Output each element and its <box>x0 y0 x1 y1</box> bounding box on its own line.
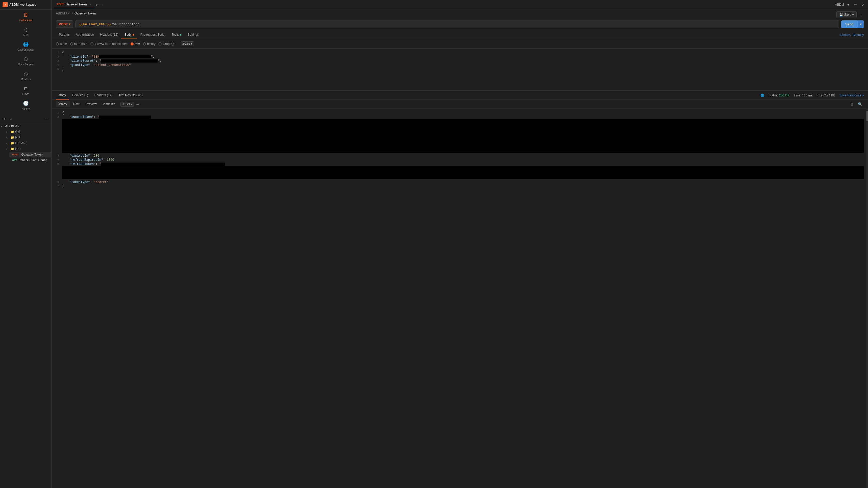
request-tabs: Params Authorization Headers (12) Body P… <box>52 31 868 39</box>
environments-label: Environments <box>18 48 34 51</box>
fmt-visualize-tab[interactable]: Visualize <box>100 101 118 107</box>
sidebar-item-monitors[interactable]: ◷ Monitors <box>0 68 52 83</box>
more-options-button[interactable]: ··· <box>44 116 50 121</box>
resp-headers-tab[interactable]: Headers (14) <box>91 91 116 99</box>
tree-item-hiu-api[interactable]: › 📁 HIU API <box>4 140 52 146</box>
binary-radio <box>143 42 146 45</box>
history-icon: 🕐 <box>23 100 29 106</box>
sidebar-item-mock-servers[interactable]: ⬡ Mock Servers <box>0 54 52 68</box>
tab-bar-actions: ABDM ▾ ✏ ↗ <box>835 2 866 7</box>
scrollbar-thumb <box>866 111 868 121</box>
resp-body-tab[interactable]: Body <box>56 91 69 99</box>
authorization-tab[interactable]: Authorization <box>73 31 97 39</box>
body-dot <box>133 34 134 36</box>
hiu-children: POST Gateway Token GET Check Client Conf… <box>4 152 52 163</box>
params-tab[interactable]: Params <box>56 31 73 39</box>
save-response-button[interactable]: Save Response ▾ <box>839 94 864 97</box>
body-form-data-option[interactable]: form-data <box>70 42 87 46</box>
body-binary-option[interactable]: binary <box>143 42 156 46</box>
tree-item-hiu[interactable]: ▾ 📁 HIU <box>4 146 52 152</box>
settings-tab[interactable]: Settings <box>185 31 202 39</box>
fmt-raw-tab[interactable]: Raw <box>70 101 83 107</box>
send-button[interactable]: Send <box>841 21 858 28</box>
cookies-link[interactable]: Cookies <box>839 33 850 37</box>
copy-response-button[interactable]: ⎘ <box>849 101 854 107</box>
breadcrumb: ABDM API / Gateway Token <box>56 12 96 15</box>
tree-item-cm[interactable]: › 📁 CM <box>4 129 52 135</box>
fmt-pretty-tab[interactable]: Pretty <box>56 101 70 107</box>
fmt-preview-tab[interactable]: Preview <box>83 101 100 107</box>
response-format-bar: Pretty Raw Preview Visualize JSON ▾ ⇔ ⎘ … <box>52 100 868 109</box>
sidebar-item-collections[interactable]: ⊞ Collections <box>0 9 52 24</box>
body-tab[interactable]: Body <box>121 31 137 39</box>
breadcrumb-collection[interactable]: ABDM API <box>56 12 70 15</box>
body-none-option[interactable]: none <box>56 42 67 46</box>
workspace-logo: A <box>3 2 8 7</box>
hiu-folder-icon: 📁 <box>10 147 14 151</box>
method-selector[interactable]: POST ▾ <box>56 21 73 28</box>
url-input[interactable]: {{GATEWAY_HOST}}/v0.5/sessions <box>75 20 839 28</box>
search-response-button[interactable]: 🔍 <box>856 101 864 107</box>
tree-item-check-client-config[interactable]: GET Check Client Config <box>9 157 52 163</box>
save-label: Save <box>844 13 851 17</box>
main-content: POST Gateway Token × + ··· ABDM ▾ ✏ ↗ AB… <box>52 0 868 488</box>
tab-gateway-token[interactable]: POST Gateway Token × <box>54 1 94 8</box>
mock-servers-icon: ⬡ <box>24 56 28 62</box>
url-variable: {{GATEWAY_HOST}} <box>79 22 111 26</box>
resp-line-1: 1 { <box>52 111 868 115</box>
wrap-button[interactable]: ⇔ <box>135 101 141 107</box>
sidebar-item-apis[interactable]: ⟨⟩ APIs <box>0 24 52 39</box>
hiu-api-chevron-icon: › <box>6 142 9 145</box>
sidebar-item-history[interactable]: 🕐 History <box>0 98 52 113</box>
body-raw-option[interactable]: raw <box>130 42 140 46</box>
code-line-1: 1 { <box>52 51 868 55</box>
sidebar-item-environments[interactable]: 🌐 Environments <box>0 39 52 54</box>
tree-item-hip[interactable]: › 📁 HIP <box>4 135 52 140</box>
sidebar-item-flows[interactable]: ⊏ Flows <box>0 83 52 98</box>
share-icon-button[interactable]: ↗ <box>860 2 866 7</box>
format-badge[interactable]: JSON ▾ <box>181 41 194 46</box>
tab-close-icon[interactable]: × <box>89 3 91 6</box>
resp-cookies-tab[interactable]: Cookies (1) <box>69 91 91 99</box>
url-row: POST ▾ {{GATEWAY_HOST}}/v0.5/sessions Se… <box>52 20 868 31</box>
form-data-radio <box>70 42 73 45</box>
send-dropdown-button[interactable]: ▾ <box>858 21 864 28</box>
save-button[interactable]: 💾 Save ▾ <box>836 11 857 18</box>
response-body-viewer: 1 { 2 "accessToken": " 3 "expiresIn": 60… <box>52 109 868 488</box>
sidebar-tree: + ≡ ··· ▾ ABDM API › 📁 CM › 📁 HIP › <box>0 113 52 488</box>
response-format-badge[interactable]: JSON ▾ <box>120 102 134 107</box>
add-tab-button[interactable]: + <box>94 2 99 7</box>
collections-icon: ⊞ <box>24 12 28 18</box>
scrollbar-track[interactable] <box>866 109 868 488</box>
more-tabs-button[interactable]: ··· <box>99 2 105 7</box>
send-group: Send ▾ <box>841 21 864 28</box>
tests-tab[interactable]: Tests <box>168 31 184 39</box>
apis-label: APIs <box>23 34 28 36</box>
refresh-token-redacted-block <box>62 166 864 179</box>
method-chevron-icon: ▾ <box>69 22 70 26</box>
new-request-button[interactable]: + <box>2 116 7 121</box>
response-time: Time: 110 ms <box>794 94 812 97</box>
sidebar: A ABDM_workspace ⊞ Collections ⟨⟩ APIs 🌐… <box>0 0 52 488</box>
edit-icon-button[interactable]: ✏ <box>852 2 858 7</box>
headers-tab[interactable]: Headers (12) <box>97 31 121 39</box>
filter-button[interactable]: ≡ <box>8 116 13 121</box>
request-body-editor[interactable]: 1 { 2 "clientId": "SBX", 3 "clientSecret… <box>52 49 868 90</box>
tab-title: Gateway Token <box>65 3 87 6</box>
tree-item-gateway-token[interactable]: POST Gateway Token <box>9 152 52 157</box>
body-graphql-option[interactable]: GraphQL <box>158 42 175 46</box>
pre-request-tab[interactable]: Pre-request Script <box>137 31 168 39</box>
save-chevron-icon: ▾ <box>852 13 854 17</box>
tab-bar-dropdown-button[interactable]: ▾ <box>846 2 850 7</box>
body-urlencoded-option[interactable]: x-www-form-urlencoded <box>90 42 127 46</box>
check-client-method: GET <box>11 159 18 162</box>
more-request-button[interactable]: ··· <box>858 12 864 18</box>
resp-line-6: 6 "tokenType": "bearer" <box>52 180 868 184</box>
check-client-label: Check Client Config <box>20 158 50 162</box>
method-label: POST <box>59 22 68 26</box>
beautify-link[interactable]: Beautify <box>853 33 864 37</box>
monitors-label: Monitors <box>21 78 31 81</box>
collection-header[interactable]: ▾ ABDM API <box>0 123 52 129</box>
resp-test-results-tab[interactable]: Test Results (1/1) <box>116 91 146 99</box>
url-path: /v0.5/sessions <box>111 22 139 26</box>
